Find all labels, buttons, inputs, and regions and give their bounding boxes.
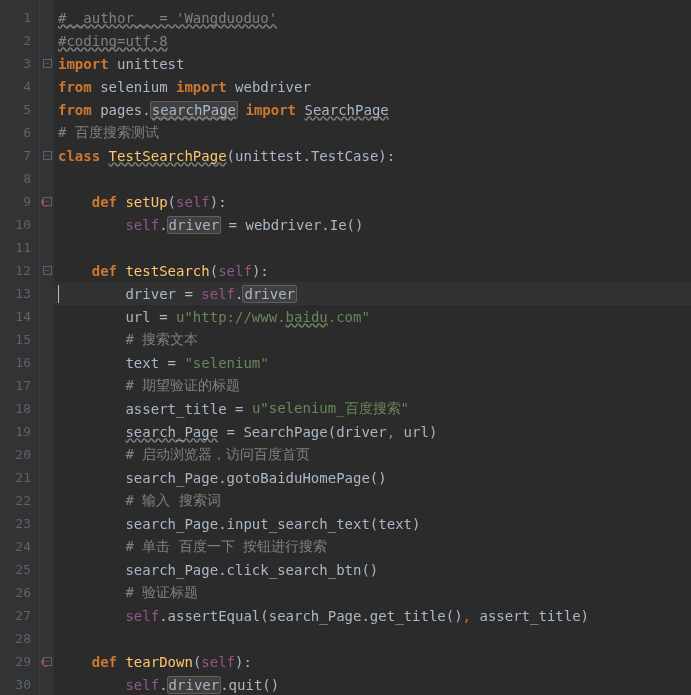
code-line[interactable]: class TestSearchPage(unittest.TestCase): (54, 144, 691, 167)
fold-collapse-icon[interactable]: − (43, 151, 52, 160)
line-number: 1 (0, 6, 39, 29)
line-number: 14 (0, 305, 39, 328)
line-number: 30 (0, 673, 39, 695)
line-number: 2 (0, 29, 39, 52)
fold-collapse-icon[interactable]: − (43, 59, 52, 68)
line-number: 8 (0, 167, 39, 190)
code-line[interactable]: url = u"http://www.baidu.com" (54, 305, 691, 328)
line-number: 27 (0, 604, 39, 627)
code-line[interactable]: def setUp(self): (54, 190, 691, 213)
code-line[interactable]: from selenium import webdriver (54, 75, 691, 98)
line-number: 21 (0, 466, 39, 489)
fold-gutter: − − − − − (40, 0, 54, 695)
line-number: 9 (0, 190, 39, 213)
line-number: 29 (0, 650, 39, 673)
line-number: 10 (0, 213, 39, 236)
line-number: 11 (0, 236, 39, 259)
code-line[interactable]: from pages.searchPage import SearchPage (54, 98, 691, 121)
code-line[interactable]: search_Page.click_search_btn() (54, 558, 691, 581)
code-line[interactable]: search_Page = SearchPage(driver, url) (54, 420, 691, 443)
code-line[interactable]: # 输入 搜索词 (54, 489, 691, 512)
line-number: 28 (0, 627, 39, 650)
code-line[interactable]: self.driver = webdriver.Ie() (54, 213, 691, 236)
line-number: 6 (0, 121, 39, 144)
code-line[interactable]: search_Page.input_search_text(text) (54, 512, 691, 535)
code-line[interactable]: # 百度搜索测试 (54, 121, 691, 144)
line-number: 15 (0, 328, 39, 351)
line-number: 23 (0, 512, 39, 535)
fold-collapse-icon[interactable]: − (43, 657, 52, 666)
code-line[interactable] (54, 167, 691, 190)
code-line[interactable]: text = "selenium" (54, 351, 691, 374)
code-line[interactable]: self.driver.quit() (54, 673, 691, 695)
code-line[interactable] (54, 627, 691, 650)
line-number: 25 (0, 558, 39, 581)
code-line[interactable] (54, 236, 691, 259)
code-line[interactable]: def tearDown(self): (54, 650, 691, 673)
code-line[interactable]: assert_title = u"selenium_百度搜索" (54, 397, 691, 420)
line-number: 12 (0, 259, 39, 282)
code-line[interactable]: #coding=utf-8 (54, 29, 691, 52)
line-number: 24 (0, 535, 39, 558)
code-line[interactable]: import unittest (54, 52, 691, 75)
code-line[interactable]: def testSearch(self): (54, 259, 691, 282)
code-line[interactable]: # 验证标题 (54, 581, 691, 604)
fold-collapse-icon[interactable]: − (43, 197, 52, 206)
line-number: 16 (0, 351, 39, 374)
code-line[interactable]: # 期望验证的标题 (54, 374, 691, 397)
line-number: 17 (0, 374, 39, 397)
code-editor[interactable]: #__author__ = 'Wangduoduo' #coding=utf-8… (54, 0, 691, 695)
line-number-gutter: 1 2 3 4 5 6 7 8 9 10 11 12 13 14 15 16 1… (0, 0, 40, 695)
code-line[interactable]: self.assertEqual(search_Page.get_title()… (54, 604, 691, 627)
code-line[interactable]: # 启动浏览器，访问百度首页 (54, 443, 691, 466)
code-line-current[interactable]: driver = self.driver (54, 282, 691, 305)
code-line[interactable]: search_Page.gotoBaiduHomePage() (54, 466, 691, 489)
code-line[interactable]: # 搜索文本 (54, 328, 691, 351)
line-number: 4 (0, 75, 39, 98)
line-number: 3 (0, 52, 39, 75)
line-number: 18 (0, 397, 39, 420)
line-number: 7 (0, 144, 39, 167)
line-number: 26 (0, 581, 39, 604)
line-number: 22 (0, 489, 39, 512)
line-number: 5 (0, 98, 39, 121)
line-number: 20 (0, 443, 39, 466)
line-number: 13 (0, 282, 39, 305)
code-line[interactable]: # 单击 百度一下 按钮进行搜索 (54, 535, 691, 558)
code-line[interactable]: #__author__ = 'Wangduoduo' (54, 6, 691, 29)
line-number: 19 (0, 420, 39, 443)
text-caret (58, 285, 59, 303)
fold-collapse-icon[interactable]: − (43, 266, 52, 275)
